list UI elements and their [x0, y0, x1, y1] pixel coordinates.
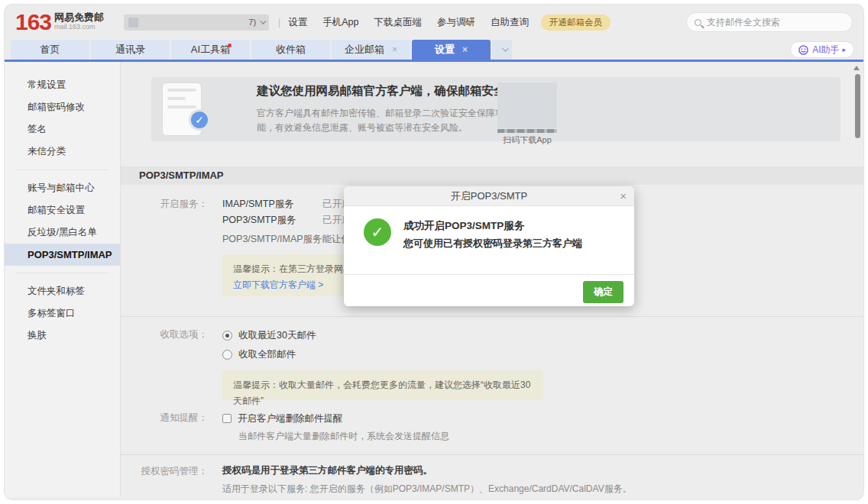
member-badge[interactable]: 开通邮箱会员 — [541, 15, 611, 31]
radio-recent-30-days[interactable]: 收取最近30天邮件 — [222, 328, 543, 343]
receive-options-label: 收取选项： — [121, 328, 208, 400]
tab-settings[interactable]: 设置× — [412, 40, 491, 60]
dialog-title-bar[interactable]: 开启POP3/SMTP × — [344, 186, 634, 206]
sidebar-item-account-center[interactable]: 账号与邮箱中心 — [5, 177, 120, 199]
scrollbar-thumb[interactable] — [855, 74, 860, 138]
close-tab-icon[interactable]: × — [392, 44, 397, 55]
qr-download: 扫码下载App — [497, 82, 558, 146]
chevron-down-icon — [260, 18, 266, 24]
sidebar-item-signature[interactable]: 签名 — [5, 118, 120, 141]
top-bar: 163 网易免费邮 mail.163.com 7) | 设置 手机App 下载桌… — [5, 5, 863, 40]
settings-sidebar: 常规设置 邮箱密码修改 签名 来信分类 账号与邮箱中心 邮箱安全设置 反垃圾/黑… — [5, 62, 121, 497]
scroll-up-arrow[interactable] — [853, 66, 860, 70]
close-tab-icon[interactable]: × — [462, 44, 468, 55]
dialog-message-1: 成功开启POP3/SMTP服务 — [403, 219, 524, 233]
logo[interactable]: 163 网易免费邮 mail.163.com — [15, 11, 104, 34]
logo-domain: mail.163.com — [54, 23, 104, 31]
receive-options-row: 收取选项： 收取最近30天邮件 收取全部邮件 温馨提示：收取大量邮件，会耗费您更… — [121, 328, 863, 400]
dialog-message-2: 您可使用已有授权密码登录第三方客户端 — [403, 237, 582, 250]
sidebar-divider — [15, 170, 109, 170]
tab-enterprise-mail[interactable]: 企业邮箱× — [332, 40, 410, 60]
sidebar-item-antispam[interactable]: 反垃圾/黑白名单 — [5, 221, 120, 244]
account-icon — [128, 18, 138, 27]
sidebar-divider — [15, 273, 109, 273]
search-icon — [695, 19, 701, 26]
sidebar-item-mail-sorting[interactable]: 来信分类 — [5, 141, 120, 163]
imap-service-name: IMAP/SMTP服务 — [222, 198, 322, 211]
settings-link[interactable]: 设置 — [288, 16, 307, 29]
header-divider: | — [278, 17, 280, 27]
ai-assistant-label: AI助手 — [812, 44, 839, 57]
sidebar-item-skin[interactable]: 换肤 — [5, 325, 120, 347]
dialog-footer: 确定 — [344, 274, 634, 306]
success-check-icon: ✓ — [364, 218, 391, 246]
notify-description: 当邮件客户端大量删除邮件时，系统会发送提醒信息 — [238, 430, 449, 443]
smiley-icon — [798, 45, 808, 55]
chevron-down-icon — [502, 45, 508, 51]
tab-contacts[interactable]: 通讯录 — [91, 40, 170, 60]
self-help-link[interactable]: 自助查询 — [491, 16, 529, 29]
delete-reminder-checkbox[interactable]: 开启客户端删除邮件提醒 — [222, 411, 449, 426]
sidebar-item-folders-tags[interactable]: 文件夹和标签 — [5, 280, 120, 302]
pop3-smtp-dialog: 开启POP3/SMTP × ✓ 成功开启POP3/SMTP服务 您可使用已有授权… — [344, 186, 634, 306]
ai-assistant-button[interactable]: AI助手 ▸ — [790, 41, 854, 58]
search-input[interactable] — [707, 17, 837, 27]
enable-service-label: 开启服务： — [121, 197, 208, 296]
auth-desc-2: 适用于登录以下服务: 您开启的服务（例如POP3/IMAP/SMTP）、Exch… — [222, 483, 632, 496]
phone-illustration: ✓ — [162, 82, 202, 136]
sidebar-item-pop3-smtp-imap[interactable]: POP3/SMTP/IMAP — [5, 244, 120, 266]
tab-overflow-button[interactable] — [492, 40, 512, 60]
app-window: 163 网易免费邮 mail.163.com 7) | 设置 手机App 下载桌… — [5, 5, 863, 499]
header-links: 设置 手机App 下载桌面端 参与调研 自助查询 — [288, 16, 529, 29]
mobile-app-link[interactable]: 手机App — [322, 16, 358, 29]
desktop-download-link[interactable]: 下载桌面端 — [374, 16, 422, 29]
section-divider — [121, 316, 863, 317]
section-divider — [121, 454, 863, 455]
logo-name: 网易免费邮 — [54, 11, 104, 23]
auth-desc-1: 授权码是用于登录第三方邮件客户端的专用密码。 — [222, 464, 632, 477]
radio-all-mail[interactable]: 收取全部邮件 — [222, 347, 543, 362]
shield-check-icon: ✓ — [189, 109, 210, 131]
qr-code — [497, 82, 557, 128]
survey-link[interactable]: 参与调研 — [437, 16, 475, 29]
tab-ai-tools[interactable]: AI工具箱 — [171, 40, 250, 60]
notify-label: 通知提醒： — [121, 411, 208, 443]
notification-dot — [228, 44, 232, 47]
sidebar-item-password[interactable]: 邮箱密码修改 — [5, 96, 120, 118]
search-box[interactable] — [686, 12, 853, 32]
pop3-service-name: POP3/SMTP服务 — [222, 214, 322, 227]
sidebar-item-security[interactable]: 邮箱安全设置 — [5, 199, 120, 221]
qr-caption: 扫码下载App — [497, 134, 558, 146]
auth-password-row: 授权密码管理： 授权码是用于登录第三方邮件客户端的专用密码。 适用于登录以下服务… — [121, 464, 863, 497]
dialog-title: 开启POP3/SMTP — [451, 189, 527, 203]
account-selector[interactable]: 7) — [124, 15, 269, 31]
auth-password-label: 授权密码管理： — [121, 464, 208, 497]
account-text: 7) — [248, 18, 256, 27]
client-promo-banner: ✓ 建议您使用网易邮箱官方客户端，确保邮箱安全 官方客户端具有邮件加密传输、邮箱… — [151, 77, 840, 141]
sidebar-item-multitab[interactable]: 多标签窗口 — [5, 302, 120, 325]
checkbox-icon[interactable] — [222, 414, 232, 423]
banner-desc: 官方客户端具有邮件加密传输、邮箱登录二次验证安全保障功能，有效避免信息泄露、账号… — [257, 106, 520, 135]
logo-163: 163 — [15, 11, 51, 34]
radio-icon[interactable] — [222, 350, 232, 360]
tab-bar: 首页 通讯录 AI工具箱 收件箱 企业邮箱× 设置× AI助手 ▸ — [5, 40, 863, 62]
sidebar-item-general[interactable]: 常规设置 — [5, 74, 120, 96]
qr-blurred-text — [497, 129, 557, 133]
tab-home[interactable]: 首页 — [11, 40, 89, 60]
arrow-right-icon: ▸ — [842, 46, 846, 53]
tab-inbox[interactable]: 收件箱 — [251, 40, 330, 60]
banner-title: 建议您使用网易邮箱官方客户端，确保邮箱安全 — [257, 83, 520, 99]
section-title: POP3/SMTP/IMAP — [121, 166, 863, 185]
close-icon[interactable]: × — [620, 189, 627, 202]
radio-selected-icon[interactable] — [222, 331, 232, 341]
tip-box-traffic: 温馨提示：收取大量邮件，会耗费您更多的流量，建议您选择“收取最近30天邮件” — [222, 370, 543, 400]
confirm-button[interactable]: 确定 — [583, 281, 623, 303]
dialog-body: ✓ 成功开启POP3/SMTP服务 您可使用已有授权密码登录第三方客户端 — [344, 206, 634, 274]
notify-row: 通知提醒： 开启客户端删除邮件提醒 当邮件客户端大量删除邮件时，系统会发送提醒信… — [121, 411, 863, 443]
